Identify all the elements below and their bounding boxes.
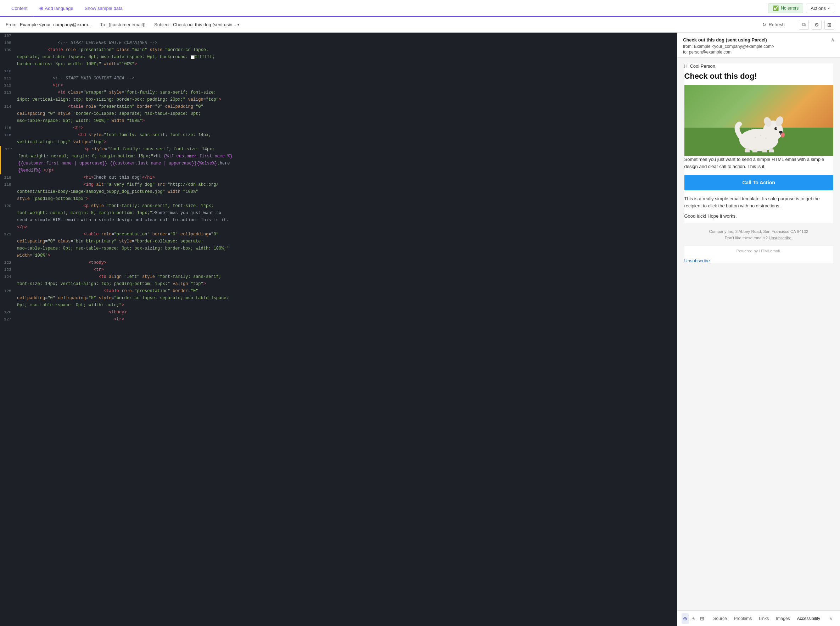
table-row: 115 <tr>: [0, 125, 677, 132]
svg-rect-9: [752, 149, 757, 152]
main-content: 107 108 <!-- START CENTERED WHITE CONTAI…: [0, 33, 840, 626]
no-errors-badge: ✅ No errors: [768, 3, 803, 13]
preview-footer: ⊕ ⚠ ⊞ Source Problems Links Images Acces…: [677, 610, 840, 626]
preview-body[interactable]: Hi Cool Person, Check out this dog!: [677, 58, 840, 610]
footer-icon-nav[interactable]: ⊕: [682, 613, 689, 624]
table-row: 122 <tbody>: [0, 260, 677, 266]
table-row: 109 <table role="presentation" class="ma…: [0, 47, 677, 54]
email-body-text-2: This is a really simple email template. …: [684, 195, 833, 209]
table-row: cellpadding="0" cellspacing="0" style="b…: [0, 295, 677, 302]
preview-panel: Check out this dog (sent using Parcel) ∧…: [677, 33, 840, 626]
top-nav: Content ⊕ Add language Show sample data …: [0, 0, 840, 17]
email-footer: Company Inc, 3 Abbey Road, San Francisco…: [684, 223, 833, 246]
table-row: font-size: 14px; vertical-align: top; pa…: [0, 281, 677, 288]
chevron-down-icon: ▾: [828, 6, 830, 10]
email-headline: Check out this dog!: [684, 72, 833, 81]
svg-point-13: [760, 135, 761, 136]
svg-rect-8: [745, 148, 749, 152]
table-row: cellspacing="0" class="btn btn-primary" …: [0, 238, 677, 245]
table-row: </p>: [0, 224, 677, 231]
refresh-icon: ↻: [762, 22, 766, 27]
subject-field: Subject: Check out this dog (sent usin..…: [154, 22, 239, 27]
subject-dropdown[interactable]: Check out this dog (sent usin... ▾: [173, 22, 239, 27]
refresh-button[interactable]: ↻ Refresh: [762, 22, 785, 27]
email-powered: Powered by HTMLemail.: [684, 249, 833, 253]
footer-tab-problems[interactable]: Problems: [731, 615, 756, 623]
table-row: 125 <table role="presentation" border="0…: [0, 288, 677, 295]
tab-show-sample[interactable]: Show sample data: [79, 1, 128, 16]
table-row: content/article-body-image/samoyed_puppy…: [0, 189, 677, 196]
table-row: {%endif%},</p>: [0, 167, 677, 174]
table-row: separate; mso-table-lspace: 0pt; mso-tab…: [0, 54, 677, 61]
svg-point-4: [774, 127, 777, 130]
table-row: 118 <h1>Check out this dog!</h1>: [0, 174, 677, 182]
toolbar-icons: ⧉ ⚙ ⊞: [799, 20, 834, 30]
table-row: 116 <td style="font-family: sans-serif; …: [0, 132, 677, 139]
email-unsubscribe: Unsubscribe: [684, 258, 833, 263]
preview-header: Check out this dog (sent using Parcel) ∧…: [677, 33, 840, 58]
table-row: 120 <p style="font-family: sans-serif; f…: [0, 203, 677, 210]
tab-add-language[interactable]: ⊕ Add language: [33, 0, 79, 17]
grid-icon-button[interactable]: ⊞: [824, 20, 834, 30]
code-editor[interactable]: 107 108 <!-- START CENTERED WHITE CONTAI…: [0, 33, 677, 626]
collapse-icon[interactable]: ∧: [831, 37, 834, 42]
footer-icon-grid[interactable]: ⊞: [699, 613, 705, 624]
table-row: border-radius: 3px; width: 100%;" width=…: [0, 61, 677, 68]
table-row: 121 <table role="presentation" border="0…: [0, 231, 677, 238]
plus-circle-icon: ⊕: [39, 5, 44, 12]
table-row: send a simple HTML email with a simple d…: [0, 217, 677, 224]
table-row: mso-table-lspace: 0pt; mso-table-rspace:…: [0, 245, 677, 252]
table-row: cellspacing="0" style="border-collapse: …: [0, 111, 677, 118]
table-row: 114 <table role="presentation" border="0…: [0, 103, 677, 111]
table-row: {{customer.first_name | uppercase}} {{cu…: [0, 160, 677, 167]
table-row: 107: [0, 33, 677, 40]
email-preview: Hi Cool Person, Check out this dog!: [684, 63, 833, 263]
svg-point-14: [765, 138, 766, 139]
footer-tabs: Source Problems Links Images Accessibili…: [710, 615, 824, 623]
meta-bar: From: Example <your_company@exam... To: …: [0, 17, 840, 33]
check-circle-icon: ✅: [773, 5, 779, 11]
table-row: 123 <tr>: [0, 266, 677, 274]
nav-tabs: Content ⊕ Add language Show sample data: [6, 0, 128, 17]
email-greeting: Hi Cool Person,: [684, 63, 833, 69]
footer-tab-accessibility[interactable]: Accessibility: [793, 615, 824, 623]
preview-title: Check out this dog (sent using Parcel) ∧: [683, 37, 834, 42]
table-row: 124 <td align="left" style="font-family:…: [0, 274, 677, 281]
tab-content[interactable]: Content: [6, 1, 33, 17]
preview-meta: from: Example <your_company@example.com>…: [683, 44, 834, 55]
table-row: 108 <!-- START CENTERED WHITE CONTAINER …: [0, 40, 677, 47]
table-row: 0pt; mso-table-rspace: 0pt; width: auto;…: [0, 302, 677, 309]
footer-unsubscribe-link[interactable]: Unsubscribe.: [769, 236, 793, 240]
email-dog-image: [684, 85, 833, 156]
chevron-down-icon: ▾: [238, 23, 239, 27]
table-row: 14px; vertical-align: top; box-sizing: b…: [0, 96, 677, 103]
svg-rect-10: [762, 149, 767, 152]
table-row: 126 <tbody>: [0, 309, 677, 316]
cta-button[interactable]: Call To Action: [684, 175, 833, 190]
collapse-button[interactable]: ∨: [826, 614, 836, 623]
table-row: 119 <img alt="a very fluffy dog" src="ht…: [0, 182, 677, 189]
email-body-text-1: Sometimes you just want to send a simple…: [684, 156, 833, 170]
dog-svg: [727, 106, 791, 152]
table-row: font-weight: normal; margin: 0; margin-b…: [0, 153, 677, 160]
actions-button[interactable]: Actions ▾: [806, 3, 834, 13]
footer-tab-source[interactable]: Source: [710, 615, 731, 623]
table-row: 111 <!-- START MAIN CONTENT AREA -->: [0, 75, 677, 82]
svg-rect-11: [769, 148, 774, 152]
footer-tab-links[interactable]: Links: [755, 615, 772, 623]
table-row: vertical-align: top;" valign="top">: [0, 139, 677, 146]
table-row: width="100%">: [0, 252, 677, 260]
from-field: From: Example <your_company@exam...: [6, 22, 92, 27]
app-container: Content ⊕ Add language Show sample data …: [0, 0, 840, 626]
svg-point-5: [776, 128, 777, 128]
copy-icon-button[interactable]: ⧉: [799, 20, 809, 30]
settings-icon-button[interactable]: ⚙: [812, 20, 821, 30]
unsubscribe-link[interactable]: Unsubscribe: [684, 258, 710, 263]
table-row: 113 <td class="wrapper" style="font-fami…: [0, 89, 677, 96]
table-row: style="padding-bottom:10px">: [0, 196, 677, 203]
email-body-text-3: Good luck! Hope it works.: [684, 213, 833, 220]
footer-tab-images[interactable]: Images: [772, 615, 793, 623]
footer-icon-warning[interactable]: ⚠: [690, 613, 697, 624]
table-row: 110: [0, 68, 677, 75]
table-row: 112 <tr>: [0, 82, 677, 89]
